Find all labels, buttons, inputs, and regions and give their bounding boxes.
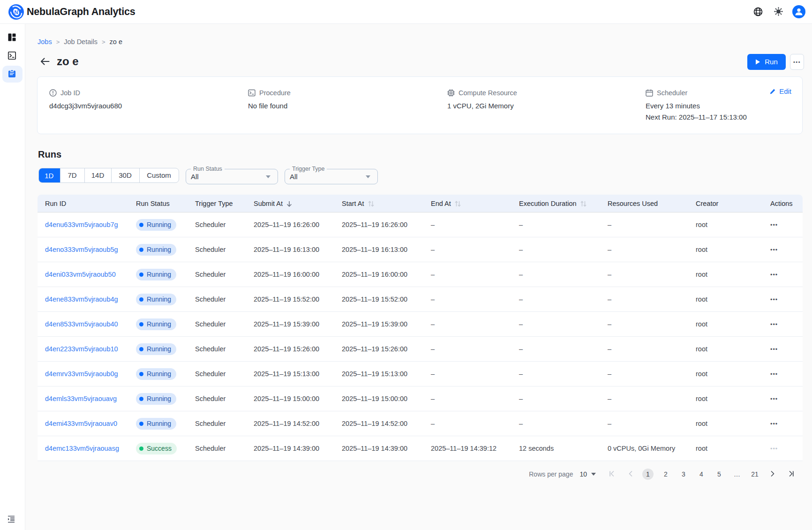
svg-text:N: N xyxy=(15,9,18,15)
